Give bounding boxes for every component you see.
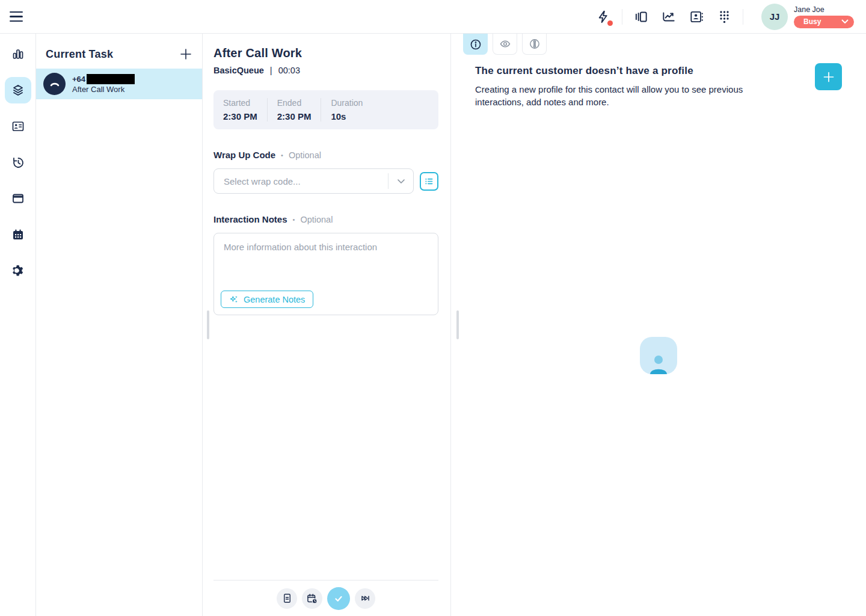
user-avatar[interactable]: JJ — [761, 4, 788, 30]
history-icon — [11, 155, 25, 170]
chevron-down-icon — [841, 19, 849, 24]
sidebar-item-browser[interactable] — [5, 185, 31, 212]
generate-notes-button[interactable]: Generate Notes — [221, 291, 313, 308]
customer-profile-panel: The current customer doesn’t have a prof… — [451, 34, 866, 616]
calendar-icon — [11, 227, 25, 242]
panels-layout-icon[interactable] — [632, 8, 650, 26]
status-label: Busy — [803, 17, 821, 26]
user-block: Jane Joe Busy — [794, 5, 854, 28]
contact-card-icon — [11, 119, 25, 134]
call-summary-card: Started 2:30 PM Ended 2:30 PM Duration 1… — [213, 90, 438, 129]
interaction-notes-label: Interaction Notes — [213, 214, 287, 224]
divider — [622, 9, 622, 25]
sidebar-item-contacts[interactable] — [5, 113, 31, 140]
split-circle-icon — [528, 37, 541, 51]
phone-call-icon — [43, 73, 66, 95]
chevron-down-icon — [388, 173, 413, 189]
panel-resize-handle[interactable] — [207, 310, 209, 339]
acw-title: After Call Work — [213, 46, 438, 60]
no-profile-title: The current customer doesn’t have a prof… — [475, 65, 764, 77]
browser-window-icon — [11, 191, 25, 206]
top-bar: JJ Jane Joe Busy — [0, 0, 866, 34]
started-value: 2:30 PM — [223, 111, 257, 122]
add-task-button[interactable] — [179, 47, 193, 61]
wrap-code-select[interactable]: Select wrap code... — [213, 168, 414, 194]
current-task-panel: Current Task +64 After Call Work — [36, 34, 203, 616]
interaction-notes-input[interactable] — [214, 233, 438, 279]
separator: | — [270, 66, 272, 75]
duration-label: Duration — [331, 98, 363, 108]
sidebar-item-settings[interactable] — [5, 257, 31, 284]
tab-insights[interactable] — [522, 34, 547, 55]
tab-info[interactable] — [463, 34, 488, 55]
acw-timer: 00:03 — [278, 66, 300, 75]
calendar-clock-icon — [306, 593, 318, 605]
started-label: Started — [223, 98, 257, 108]
plus-icon — [179, 48, 192, 61]
wrap-optional-label: Optional — [289, 150, 321, 160]
redacted-phone-number — [87, 74, 135, 84]
schedule-callback-button[interactable] — [302, 588, 322, 609]
ai-sparkle-icon — [229, 295, 239, 304]
sidebar-item-calendar[interactable] — [5, 221, 31, 248]
wrap-code-list-button[interactable] — [420, 172, 438, 191]
sidebar-item-tasks[interactable] — [5, 77, 31, 103]
tab-preview[interactable] — [493, 34, 517, 55]
interaction-notes-field: Generate Notes — [213, 233, 438, 315]
complete-task-button[interactable] — [327, 587, 350, 610]
task-phone-prefix: +64 — [72, 75, 85, 84]
number-pad-icon[interactable] — [715, 8, 733, 26]
settings-gear-icon — [11, 263, 25, 278]
current-task-title: Current Task — [46, 48, 113, 61]
skip-forward-icon — [360, 593, 371, 604]
panel-resize-handle[interactable] — [456, 310, 459, 339]
duration-value: 10s — [331, 111, 363, 122]
profile-tabs — [451, 34, 866, 55]
task-list-item[interactable]: +64 After Call Work — [36, 69, 202, 99]
acw-action-bar — [213, 580, 438, 616]
queue-name: BasicQueue — [213, 66, 264, 75]
notification-dot — [607, 20, 613, 26]
quick-connects-icon[interactable] — [594, 8, 612, 26]
generate-notes-label: Generate Notes — [244, 295, 305, 304]
notes-optional-label: Optional — [300, 215, 333, 224]
info-icon — [469, 38, 482, 51]
task-layers-icon — [11, 83, 25, 97]
person-placeholder-icon — [640, 337, 677, 374]
eye-icon — [499, 37, 512, 51]
ended-label: Ended — [277, 98, 312, 108]
sidebar-item-history[interactable] — [5, 149, 31, 176]
bar-chart-icon — [11, 47, 25, 61]
user-name: Jane Joe — [794, 5, 825, 14]
bullet: • — [281, 152, 283, 159]
after-call-work-panel: After Call Work BasicQueue | 00:03 Start… — [203, 34, 451, 616]
metrics-chart-icon[interactable] — [660, 8, 678, 26]
bullet: • — [293, 216, 295, 223]
notes-document-button[interactable] — [277, 588, 297, 609]
queue-timer-line: BasicQueue | 00:03 — [213, 66, 438, 75]
app-sidebar — [0, 34, 36, 616]
sidebar-item-metrics[interactable] — [5, 41, 31, 67]
ended-value: 2:30 PM — [277, 111, 312, 122]
bulleted-list-icon — [424, 176, 434, 186]
wrap-up-code-label: Wrap Up Code — [213, 150, 275, 160]
skip-button[interactable] — [355, 588, 375, 609]
wrap-code-placeholder: Select wrap code... — [214, 176, 388, 186]
status-dropdown-button[interactable]: Busy — [794, 16, 854, 28]
hamburger-menu-icon[interactable] — [10, 8, 26, 25]
create-profile-button[interactable] — [815, 63, 842, 90]
no-profile-description: Creating a new profile for this contact … — [475, 83, 758, 108]
directory-icon[interactable] — [687, 8, 705, 26]
plus-icon — [822, 70, 835, 84]
topbar-actions: JJ Jane Joe Busy — [594, 4, 854, 30]
divider — [743, 9, 743, 25]
checkmark-icon — [333, 593, 345, 605]
document-icon — [281, 593, 293, 604]
task-stage-label: After Call Work — [72, 85, 135, 94]
